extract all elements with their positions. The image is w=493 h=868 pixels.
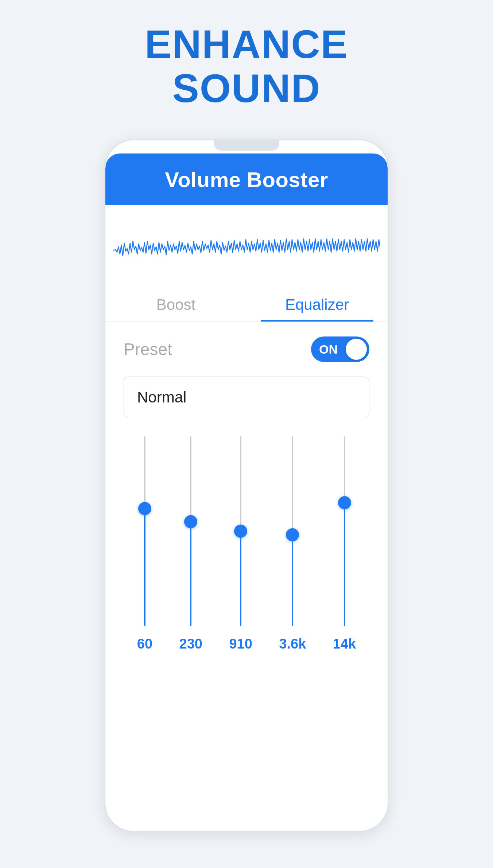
toggle-on-label: ON	[319, 342, 338, 357]
slider-fill-910	[240, 531, 241, 626]
slider-label-60: 60	[137, 636, 152, 652]
slider-track-3600[interactable]	[289, 436, 296, 626]
preset-label: Preset	[124, 339, 172, 359]
phone-notch	[214, 140, 279, 151]
slider-thumb-60[interactable]	[138, 502, 151, 515]
tab-boost[interactable]: Boost	[105, 285, 246, 322]
slider-thumb-14k[interactable]	[338, 496, 351, 509]
slider-thumb-910[interactable]	[234, 525, 247, 538]
slider-230: 230	[179, 436, 202, 652]
slider-fill-230	[190, 522, 191, 626]
waveform-area	[105, 205, 388, 285]
app-header-title: Volume Booster	[165, 168, 328, 191]
tab-bar: Boost Equalizer	[105, 285, 388, 322]
preset-value: Normal	[137, 389, 186, 406]
equalizer-toggle[interactable]: ON	[311, 336, 369, 362]
slider-label-230: 230	[179, 636, 202, 652]
slider-track-60[interactable]	[141, 436, 148, 626]
slider-60: 60	[137, 436, 152, 652]
slider-thumb-3600[interactable]	[286, 528, 299, 541]
slider-thumb-230[interactable]	[184, 515, 197, 528]
slider-fill-60	[144, 509, 145, 626]
tab-equalizer[interactable]: Equalizer	[246, 285, 388, 322]
slider-3600: 3.6k	[279, 436, 306, 652]
app-header: Volume Booster	[105, 153, 388, 205]
slider-track-14k[interactable]	[341, 436, 348, 626]
equalizer-section: Preset ON Normal 60	[105, 322, 388, 831]
slider-910: 910	[229, 436, 252, 652]
slider-label-14k: 14k	[333, 636, 356, 652]
page-title: ENHANCE SOUND	[145, 22, 348, 110]
slider-track-230[interactable]	[187, 436, 194, 626]
sliders-area: 60 230 910	[124, 436, 369, 659]
slider-label-3600: 3.6k	[279, 636, 306, 652]
toggle-knob	[346, 339, 367, 360]
slider-fill-3600	[292, 535, 293, 626]
slider-14k: 14k	[333, 436, 356, 652]
phone-mockup: Volume Booster Boost Equalizer Preset ON…	[104, 139, 389, 832]
slider-label-910: 910	[229, 636, 252, 652]
waveform-svg	[113, 214, 380, 280]
preset-row: Preset ON	[124, 336, 369, 362]
slider-fill-14k	[344, 503, 345, 626]
slider-track-910[interactable]	[237, 436, 244, 626]
preset-dropdown[interactable]: Normal	[124, 377, 369, 418]
